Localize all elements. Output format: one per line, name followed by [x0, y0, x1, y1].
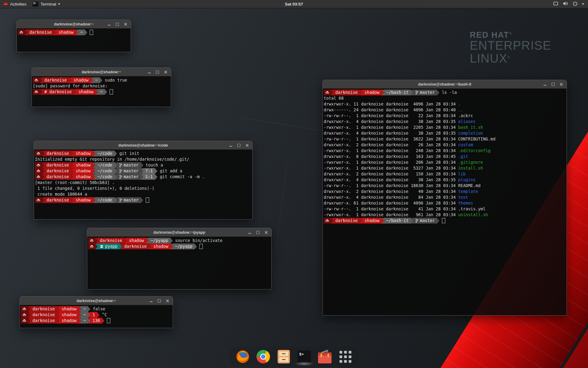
- prompt-segment: ~: [81, 312, 88, 318]
- window-titlebar[interactable]: darknoise@shadow:~/pyapp×: [87, 228, 271, 237]
- dock-item-terminal[interactable]: $>: [297, 349, 312, 364]
- window-titlebar[interactable]: darknoise@shadow:~×: [17, 20, 131, 29]
- terminal-screen[interactable]: darknoiseshadow~: [17, 29, 131, 52]
- powerline-arrow: [76, 30, 78, 35]
- prompt-segment: darknoise: [333, 218, 360, 224]
- file-name: test: [458, 194, 468, 200]
- terminal-screen[interactable]: darknoiseshadow~/codegit initInitialized…: [34, 150, 252, 219]
- maximize-button[interactable]: [156, 70, 159, 74]
- prompt-segment: darknoise: [122, 243, 149, 249]
- terminal-line: darknoiseshadow~/bash-itmasterls -la: [324, 90, 567, 95]
- window-titlebar[interactable]: darknoise@shadow:~×: [32, 68, 171, 76]
- prompt-segment: pyapp: [98, 243, 120, 249]
- prompt-segment: shadow: [59, 306, 79, 312]
- terminal-window-bash-it[interactable]: darknoise@shadow:~/bash-it×darknoiseshad…: [322, 80, 567, 316]
- window-titlebar[interactable]: darknoise@shadow:~×: [20, 297, 173, 305]
- window-titlebar[interactable]: darknoise@shadow:~/bash-it×: [323, 80, 567, 89]
- window-titlebar[interactable]: darknoise@shadow:~/code×: [34, 141, 252, 150]
- system-status-area[interactable]: [549, 0, 588, 8]
- minimize-button[interactable]: [543, 82, 547, 86]
- terminal-window-code[interactable]: darknoise@shadow:~/code×darknoiseshadow~…: [34, 141, 253, 220]
- prompt-red-hat-icon: [18, 29, 25, 35]
- maximize-button[interactable]: [115, 22, 119, 26]
- dock-item-toolbox[interactable]: [318, 349, 332, 364]
- terminal-screen[interactable]: darknoiseshadow~falsedarknoiseshadow~1^C…: [20, 305, 173, 328]
- output-text: 1 file changed, 0 insertions(+), 0 delet…: [35, 186, 154, 191]
- prompt-segment: S:1: [143, 174, 155, 180]
- terminal-line: -rw-rw-r--. 1 darknoise darknoise 18630 …: [324, 183, 567, 189]
- terminal-screen[interactable]: darknoiseshadow~/bash-itmasterls -latota…: [323, 89, 567, 315]
- powerline-arrow: [71, 163, 74, 168]
- powerline-arrow: [115, 151, 117, 156]
- dock-item-chrome[interactable]: [256, 349, 271, 364]
- dock-item-firefox[interactable]: [236, 349, 250, 364]
- minimize-button[interactable]: [147, 70, 151, 74]
- close-button[interactable]: ×: [560, 82, 563, 86]
- terminal-window-home-small[interactable]: darknoise@shadow:~×darknoiseshadow~: [17, 20, 131, 52]
- maximize-icon: [256, 231, 259, 234]
- maximize-button[interactable]: [256, 231, 260, 234]
- rhel-wallpaper-logo: RED HAT® ENTERPRISE LINUX®: [470, 31, 551, 65]
- command-text: git add a: [160, 168, 182, 174]
- close-button[interactable]: ×: [164, 70, 168, 74]
- terminal-cursor: [199, 244, 203, 249]
- powerline-arrow: [93, 151, 95, 156]
- prompt-segment: darknoise: [44, 168, 71, 174]
- minimize-button[interactable]: [107, 22, 111, 26]
- prompt-red-hat-icon: [21, 312, 28, 318]
- terminal-line: -rw-rw-r--. 1 darknoise darknoise 41 Jan…: [324, 206, 567, 212]
- terminal-line: drwxrwxr-x. 4 darknoise darknoise 38 Jan…: [324, 130, 567, 136]
- terminal-window-home-sudo[interactable]: darknoise@shadow:~×darknoiseshadow~sudo …: [32, 67, 171, 107]
- output-text: [master (root-commit) 50bcb63] .: [35, 180, 115, 186]
- close-button[interactable]: ×: [124, 22, 127, 26]
- prompt-segment: # darknoise: [42, 89, 74, 95]
- powerline-arrow: [71, 174, 74, 180]
- powerline-arrow: [95, 244, 98, 249]
- terminal-line: -rwxrwxr-x. 1 darknoise darknoise 240 Ja…: [324, 148, 567, 154]
- terminal-line: -rwxrwxr-x. 1 darknoise darknoise 2205 J…: [324, 125, 567, 130]
- terminal-screen[interactable]: darknoiseshadow~sudo true[sudo] password…: [32, 76, 171, 107]
- powerline-arrow: [93, 197, 95, 203]
- prompt-red-hat-icon: [33, 89, 40, 95]
- close-button[interactable]: ×: [264, 231, 268, 234]
- prompt-segment: ~/pyapp: [173, 243, 195, 249]
- powerline-arrow: [115, 163, 117, 168]
- terminal-line: darknoiseshadow~/codemaster?:1git add a: [35, 168, 252, 174]
- terminal-line: drwx------. 24 darknoise darknoise 4096 …: [324, 107, 567, 113]
- powerline-arrow: [42, 151, 44, 156]
- minimize-icon: [544, 85, 546, 86]
- prompt-segment: shadow: [74, 151, 93, 156]
- prompt-segment: darknoise: [333, 90, 360, 95]
- dock-item-files[interactable]: [277, 349, 291, 364]
- output-text: create mode 100644 a: [35, 191, 87, 197]
- window-title: darknoise@shadow:~/bash-it: [323, 82, 567, 86]
- maximize-button[interactable]: [551, 82, 555, 86]
- output-text: drwxrwxr-x. 11 darknoise darknoise 4096 …: [324, 101, 458, 107]
- prompt-red-hat-icon: [35, 197, 42, 203]
- terminal-screen[interactable]: darknoiseshadow~/pyappsource bin/activat…: [87, 237, 271, 289]
- minimize-button[interactable]: [229, 144, 232, 147]
- maximize-button[interactable]: [157, 299, 161, 303]
- terminal-window-pyapp[interactable]: darknoise@shadow:~/pyapp×darknoiseshadow…: [87, 228, 272, 289]
- close-button[interactable]: ×: [245, 144, 249, 147]
- minimize-button[interactable]: [248, 231, 251, 234]
- output-text: -rwxrwxr-x. 1 darknoise darknoise 5327 J…: [324, 165, 458, 171]
- registered-mark: ®: [509, 32, 512, 35]
- file-name: custom: [458, 142, 473, 148]
- prompt-segment: shadow: [127, 238, 146, 243]
- prompt-segment: ?:1: [143, 168, 155, 174]
- terminal-window-home-exit[interactable]: darknoise@shadow:~×darknoiseshadow~false…: [20, 296, 173, 328]
- registered-mark: ®: [507, 55, 510, 59]
- prompt-red-hat-icon: [35, 162, 42, 168]
- app-menu-terminal[interactable]: $> Terminal: [29, 0, 63, 8]
- dock: $>: [230, 347, 358, 367]
- activities-button[interactable]: Activities: [0, 0, 29, 8]
- powerline-arrow: [100, 78, 102, 83]
- maximize-button[interactable]: [237, 144, 241, 147]
- minimize-button[interactable]: [149, 299, 153, 303]
- prompt-segment: ~/code: [95, 162, 115, 168]
- dock-item-app-grid[interactable]: [338, 349, 353, 364]
- volume-icon: [563, 1, 568, 7]
- close-button[interactable]: ×: [166, 299, 169, 303]
- clock[interactable]: Sat 03:57: [0, 2, 588, 6]
